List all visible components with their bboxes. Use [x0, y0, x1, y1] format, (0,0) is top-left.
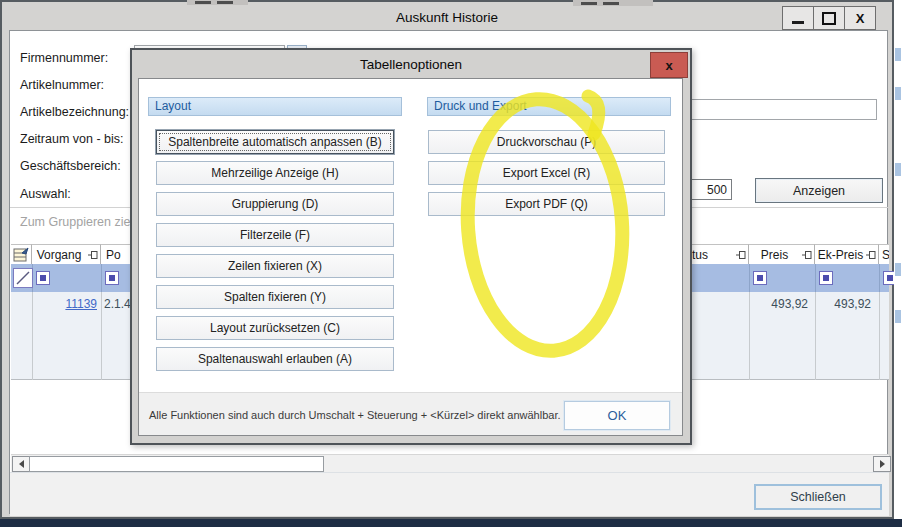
- pin-icon[interactable]: [736, 250, 746, 260]
- spaltenbreite-button[interactable]: Spaltenbreite automatisch anpassen (B): [156, 130, 394, 154]
- filter-separator: [815, 264, 816, 292]
- spalten-fixieren-button[interactable]: Spalten fixieren (Y): [156, 285, 394, 309]
- column-label: Ek-Preis: [815, 245, 866, 265]
- scroll-marker: [895, 310, 901, 323]
- column-label: S: [882, 245, 889, 264]
- row-separator: [101, 292, 102, 380]
- column-label: tus: [692, 245, 708, 265]
- grid-corner-header[interactable]: [11, 244, 32, 264]
- dialog-hint-text: Alle Funktionen sind auch durch Umschalt…: [149, 409, 561, 421]
- pin-icon[interactable]: [88, 250, 98, 260]
- arrow-left-icon: [19, 460, 24, 468]
- screen: Auskunft Historie X Firmennummer: Artike…: [0, 0, 902, 527]
- export-pdf-button[interactable]: Export PDF (Q): [428, 192, 665, 216]
- clear-filter-button[interactable]: [13, 268, 33, 288]
- label-auswahl: Auswahl:: [20, 187, 71, 201]
- cell-preis: 493,92: [749, 297, 808, 311]
- export-excel-button[interactable]: Export Excel (R): [428, 161, 665, 185]
- dialog-close-icon: x: [665, 58, 672, 73]
- filter-separator: [749, 264, 750, 292]
- maximize-button[interactable]: [813, 6, 845, 30]
- column-header-truncated[interactable]: S: [879, 244, 889, 264]
- filter-icon[interactable]: [819, 271, 833, 285]
- column-header-preis[interactable]: Preis: [749, 244, 815, 264]
- column-label: Preis: [749, 245, 800, 265]
- arrow-right-icon: [880, 460, 885, 468]
- druckvorschau-button[interactable]: Druckvorschau (P): [428, 130, 665, 154]
- dialog-close-button[interactable]: x: [650, 52, 688, 78]
- ok-button[interactable]: OK: [564, 401, 670, 430]
- dialog-footer: Alle Funktionen sind auch durch Umschalt…: [139, 392, 682, 435]
- section-header-druck-export: Druck und Export: [427, 97, 671, 116]
- mehrzeilige-anzeige-button[interactable]: Mehrzeilige Anzeige (H): [156, 161, 394, 185]
- close-icon: X: [856, 12, 865, 25]
- column-label: Vorgang: [32, 245, 86, 265]
- scroll-marker: [895, 263, 901, 276]
- pin-icon[interactable]: [802, 250, 812, 260]
- dialog-client-area: Layout Druck und Export Spaltenbreite au…: [138, 78, 683, 436]
- dialog-title: Tabellenoptionen: [132, 57, 690, 72]
- background-edge-strip: [894, 0, 902, 519]
- gruppierung-button[interactable]: Gruppierung (D): [156, 192, 394, 216]
- grid-menu-icon: [13, 247, 30, 262]
- column-label: Po: [106, 245, 121, 265]
- scroll-right-button[interactable]: [873, 456, 891, 472]
- zeilen-fixieren-button[interactable]: Zeilen fixieren (X): [156, 254, 394, 278]
- scroll-marker: [895, 163, 901, 176]
- anzeigen-button[interactable]: Anzeigen: [755, 178, 883, 203]
- minimize-button[interactable]: [782, 6, 814, 30]
- filter-icon[interactable]: [753, 271, 767, 285]
- label-firmennummer: Firmennummer:: [20, 51, 108, 65]
- tabellenoptionen-dialog: Tabellenoptionen x Layout Druck und Expo…: [130, 48, 692, 445]
- column-header-ekpreis[interactable]: Ek-Preis: [815, 244, 879, 264]
- minimize-icon: [792, 21, 804, 24]
- scrollbar-thumb[interactable]: [29, 456, 324, 472]
- label-zeitraum: Zeitraum von - bis:: [20, 132, 124, 146]
- scroll-marker: [895, 48, 901, 61]
- vorgang-link[interactable]: 11139: [32, 297, 97, 311]
- layout-zuruecksetzen-button[interactable]: Layout zurücksetzen (C): [156, 316, 394, 340]
- column-header-vorgang[interactable]: Vorgang: [32, 244, 101, 264]
- group-by-hint: Zum Gruppieren zie: [20, 215, 130, 229]
- scroll-left-button[interactable]: [12, 456, 30, 472]
- background-window-sliver: [573, 0, 653, 6]
- pin-icon[interactable]: [866, 250, 876, 260]
- clear-filter-icon: [14, 269, 32, 287]
- filter-separator: [101, 264, 102, 292]
- label-artikelbezeichnung: Artikelbezeichnung:: [20, 105, 129, 119]
- column-header-status[interactable]: tus: [690, 244, 749, 264]
- close-button[interactable]: X: [844, 6, 876, 30]
- cell-ekpreis: 493,92: [815, 297, 871, 311]
- schliessen-button[interactable]: Schließen: [754, 484, 882, 510]
- spaltenauswahl-button[interactable]: Spaltenauswahl erlauben (A): [156, 347, 394, 371]
- row-separator: [879, 292, 880, 380]
- background-window-sliver: [187, 0, 248, 5]
- label-artikelnummer: Artikelnummer:: [20, 78, 104, 92]
- scroll-marker: [895, 87, 901, 100]
- label-geschaeftsbereich: Geschäftsbereich:: [20, 159, 121, 173]
- window-title: Auskunft Historie: [2, 10, 892, 25]
- filterzeile-button[interactable]: Filterzeile (F): [156, 223, 394, 247]
- maximize-icon: [822, 12, 836, 25]
- filter-icon[interactable]: [105, 271, 119, 285]
- window-controls: X: [783, 6, 876, 30]
- filter-icon[interactable]: [36, 271, 50, 285]
- filter-separator: [879, 264, 880, 292]
- section-header-layout: Layout: [148, 97, 402, 116]
